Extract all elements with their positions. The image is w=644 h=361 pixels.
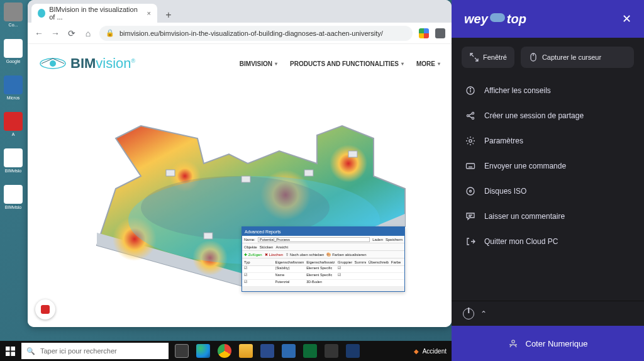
chevron-down-icon: ▾ xyxy=(401,61,404,67)
svg-rect-15 xyxy=(204,233,213,239)
weytop-bottom-bar[interactable]: Coter Numerique xyxy=(452,326,644,361)
nav-home-icon[interactable]: ⌂ xyxy=(83,28,93,38)
tab-title: BIMvision in the visualization of ... xyxy=(49,6,139,21)
bimvision-logo[interactable]: BIMvision® xyxy=(39,55,135,72)
svg-point-27 xyxy=(467,187,474,195)
svg-point-7 xyxy=(330,145,367,182)
close-icon[interactable]: ✕ xyxy=(622,12,631,26)
capture-cursor-button[interactable]: Capturer le curseur xyxy=(521,47,634,68)
notification-bell-button[interactable] xyxy=(35,299,55,319)
menu-products[interactable]: PRODUCTS AND FUNCTIONALITIES▾ xyxy=(290,60,404,67)
desktop-icon[interactable]: Google xyxy=(3,39,24,67)
tab-objekte[interactable]: Objekte xyxy=(244,245,257,249)
menu-quit-cloudpc[interactable]: Quitter mon Cloud PC xyxy=(462,229,634,254)
lock-icon: 🔒 xyxy=(106,29,114,37)
taskbar-search[interactable]: 🔍 Taper ici pour rechercher xyxy=(21,343,169,359)
tool-move[interactable]: ⇧ Nach oben schieben xyxy=(286,252,324,257)
menu-send-command[interactable]: Envoyer une commande xyxy=(462,153,634,179)
desktop-icon[interactable]: Co... xyxy=(3,3,24,30)
tool-add[interactable]: ✚ Zufügen xyxy=(244,252,262,257)
taskbar-tray[interactable]: ◆ Accident xyxy=(414,348,452,355)
svg-point-1 xyxy=(50,60,56,67)
windowed-button[interactable]: Fenêtré xyxy=(462,47,514,68)
tab-stuecken[interactable]: Stücken xyxy=(260,245,274,249)
desktop-icon[interactable]: BIMvisio xyxy=(3,185,24,213)
svg-point-28 xyxy=(470,191,472,192)
weytop-action-buttons: Fenêtré Capturer le curseur xyxy=(462,47,634,68)
addrbar-right xyxy=(419,28,445,38)
menu-bimvision[interactable]: BIMVISION▾ xyxy=(240,60,277,67)
reports-speichern-button[interactable]: Speichern xyxy=(386,238,402,242)
store-icon[interactable] xyxy=(257,341,278,361)
address-bar: ← → ⟳ ⌂ 🔒 bimvision.eu/bimvision-in-the-… xyxy=(28,23,452,44)
app-icon[interactable] xyxy=(278,341,299,361)
chevron-down-icon: ▾ xyxy=(275,61,277,67)
browser-tab[interactable]: BIMvision in the visualization of ... × xyxy=(31,4,157,23)
desktop-icon[interactable]: BIMvisio xyxy=(3,148,24,176)
edge-icon[interactable] xyxy=(192,341,214,361)
svg-point-21 xyxy=(470,88,470,89)
app-icon[interactable] xyxy=(342,341,364,361)
new-tab-button[interactable]: + xyxy=(161,8,176,23)
weytop-body: Fenêtré Capturer le curseur Afficher les… xyxy=(452,38,644,301)
tool-del[interactable]: ✖ Löschen xyxy=(265,252,283,257)
advanced-reports-panel[interactable]: Advanced Reports Name: Potential_Process… xyxy=(242,226,405,292)
chevron-up-icon[interactable]: ⌃ xyxy=(480,309,487,318)
table-row[interactable]: ☑Potenzial3D-Boden xyxy=(242,280,404,287)
svg-point-23 xyxy=(472,112,474,114)
menu-share-session[interactable]: Créer une session de partage xyxy=(462,103,634,128)
reports-name-input[interactable]: Potential_Process xyxy=(258,237,370,242)
menu-tips[interactable]: Afficher les conseils xyxy=(462,78,634,103)
svg-rect-14 xyxy=(348,151,357,157)
reports-titlebar[interactable]: Advanced Reports xyxy=(242,227,404,236)
browser-window: BIMvision in the visualization of ... × … xyxy=(28,0,452,327)
reports-laden-button[interactable]: Laden xyxy=(372,238,383,242)
desktop-icons-column: Co... Google Micros A BIMvisio BIMvisio xyxy=(3,3,28,213)
taskbar-apps xyxy=(170,341,364,361)
mouse-icon xyxy=(528,52,538,62)
svg-rect-30 xyxy=(6,347,10,351)
tab-ansicht[interactable]: Ansicht xyxy=(275,245,288,249)
search-placeholder: Taper ici pour rechercher xyxy=(40,347,117,355)
app-icon[interactable] xyxy=(321,341,342,361)
tool-color[interactable]: 🎨 Farben aktualisieren xyxy=(326,252,366,257)
menu-settings[interactable]: Paramètres xyxy=(462,128,634,153)
svg-rect-31 xyxy=(11,347,15,351)
reports-header-row: TypEigenschaftsnameEigenschaftssatzGrupp… xyxy=(242,258,404,266)
desktop-icon[interactable]: Micros xyxy=(3,75,24,103)
reports-toolbar: ✚ Zufügen ✖ Löschen ⇧ Nach oben schieben… xyxy=(242,251,404,258)
explorer-icon[interactable] xyxy=(235,341,257,361)
tab-close-icon[interactable]: × xyxy=(147,9,151,17)
menu-more[interactable]: MORE▾ xyxy=(416,60,440,67)
nav-back-icon[interactable]: ← xyxy=(34,28,44,38)
svg-point-22 xyxy=(467,114,469,116)
collapse-icon xyxy=(469,52,479,62)
weytop-logo[interactable]: weytop xyxy=(464,12,526,26)
svg-rect-12 xyxy=(242,176,250,182)
svg-rect-33 xyxy=(11,352,15,356)
svg-rect-26 xyxy=(467,164,475,169)
table-row[interactable]: ☑(Stability)Element Specific☑ xyxy=(242,266,404,273)
google-icon[interactable] xyxy=(419,28,429,38)
bell-icon xyxy=(41,305,50,314)
svg-point-24 xyxy=(472,117,474,119)
chevron-down-icon: ▾ xyxy=(438,61,440,67)
app-icon[interactable] xyxy=(299,341,321,361)
translate-icon[interactable] xyxy=(435,28,445,38)
warning-icon: ◆ xyxy=(414,348,419,355)
url-box[interactable]: 🔒 bimvision.eu/bimvision-in-the-visualiz… xyxy=(99,26,413,41)
taskview-icon[interactable] xyxy=(171,341,192,361)
power-icon[interactable] xyxy=(463,308,474,319)
nav-forward-icon[interactable]: → xyxy=(50,28,60,38)
start-button[interactable] xyxy=(0,341,20,361)
menu-leave-comment[interactable]: Laisser un commentaire xyxy=(462,204,634,229)
chrome-icon[interactable] xyxy=(214,341,235,361)
table-row[interactable]: ☑NameElement Specific☑ xyxy=(242,273,404,280)
svg-point-25 xyxy=(469,140,472,142)
nav-reload-icon[interactable]: ⟳ xyxy=(67,28,77,38)
weytop-header: weytop ✕ xyxy=(452,0,644,38)
menu-iso-disks[interactable]: Disques ISO xyxy=(462,179,634,204)
comment-icon xyxy=(465,211,475,221)
reports-tabs: Objekte Stücken Ansicht xyxy=(242,243,404,251)
desktop-icon[interactable]: A xyxy=(3,112,24,140)
